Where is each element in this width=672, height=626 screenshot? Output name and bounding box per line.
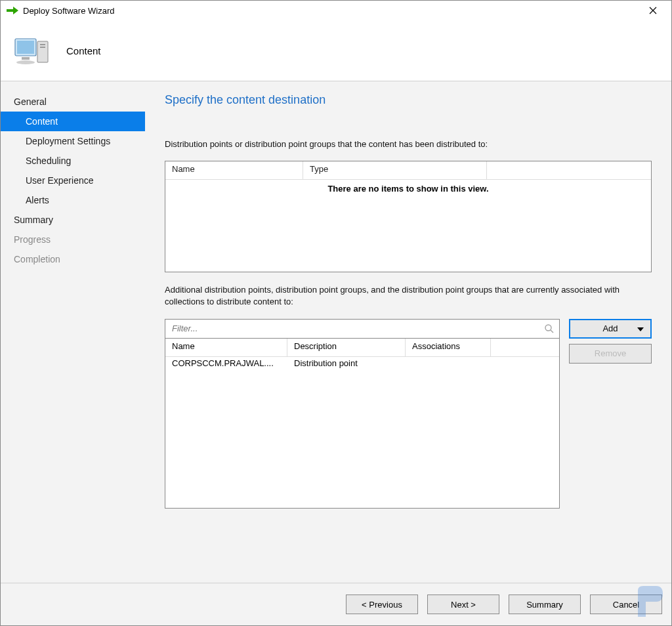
table-empty-message: There are no items to show in this view. [165, 180, 651, 198]
header-title: Content [66, 45, 101, 56]
cancel-button[interactable]: Cancel [590, 595, 662, 614]
svg-rect-2 [22, 57, 30, 60]
close-button[interactable] [640, 1, 666, 20]
svg-point-7 [545, 325, 551, 331]
side-buttons: Add Remove [569, 319, 652, 509]
sidebar-item-summary[interactable]: Summary [1, 210, 145, 230]
cell-description: Distribution point [287, 357, 406, 373]
wizard-header: Content [1, 20, 671, 81]
window-title: Deploy Software Wizard [23, 6, 114, 16]
filter-row [165, 319, 560, 339]
svg-point-3 [16, 60, 35, 64]
content-panel: Specify the content destination Distribu… [145, 81, 671, 583]
col-name[interactable]: Name [165, 161, 303, 180]
wizard-body: General Content Deployment Settings Sche… [1, 81, 671, 583]
table-row[interactable]: CORPSCCM.PRAJWAL.... Distribution point [165, 357, 559, 373]
add-button[interactable]: Add [569, 319, 652, 339]
desc-distributed-to: Distribution points or distribution poin… [165, 138, 652, 150]
sidebar-item-alerts[interactable]: Alerts [1, 190, 145, 210]
wizard-footer: < Previous Next > Summary Cancel [1, 583, 671, 625]
summary-button[interactable]: Summary [509, 595, 581, 614]
sidebar-item-scheduling[interactable]: Scheduling [1, 151, 145, 171]
sidebar-item-deployment-settings[interactable]: Deployment Settings [1, 131, 145, 151]
col2-name[interactable]: Name [165, 339, 287, 357]
svg-line-8 [551, 330, 553, 333]
computer-icon [14, 32, 51, 69]
previous-button[interactable]: < Previous [346, 595, 418, 614]
filter-input[interactable] [171, 323, 543, 334]
cell-associations [406, 357, 491, 373]
sidebar-item-general[interactable]: General [1, 92, 145, 112]
wizard-arrow-icon [6, 4, 19, 17]
desc-additional: Additional distribution points, distribu… [165, 284, 652, 308]
wizard-sidebar: General Content Deployment Settings Sche… [1, 81, 145, 583]
additional-table-header: Name Description Associations [165, 339, 559, 357]
col2-spacer [491, 339, 559, 357]
titlebar: Deploy Software Wizard [1, 1, 671, 20]
col2-associations[interactable]: Associations [406, 339, 491, 357]
sidebar-item-completion: Completion [1, 249, 145, 269]
sidebar-item-user-experience[interactable]: User Experience [1, 171, 145, 190]
col-type[interactable]: Type [303, 161, 487, 180]
sidebar-item-content[interactable]: Content [1, 112, 145, 131]
next-button[interactable]: Next > [427, 595, 499, 614]
distributed-table[interactable]: Name Type There are no items to show in … [165, 161, 652, 272]
sidebar-item-progress: Progress [1, 230, 145, 249]
search-icon[interactable] [543, 323, 555, 335]
additional-table[interactable]: Name Description Associations CORPSCCM.P… [165, 338, 560, 509]
col2-description[interactable]: Description [287, 339, 406, 357]
svg-rect-6 [40, 47, 45, 48]
cell-name: CORPSCCM.PRAJWAL.... [165, 357, 287, 373]
svg-rect-5 [40, 44, 45, 45]
distributed-table-header: Name Type [165, 161, 651, 180]
remove-button: Remove [569, 344, 652, 364]
additional-area: Name Description Associations CORPSCCM.P… [165, 319, 652, 509]
col-spacer [487, 161, 651, 180]
svg-rect-1 [17, 41, 34, 54]
page-heading: Specify the content destination [165, 93, 652, 107]
additional-left: Name Description Associations CORPSCCM.P… [165, 319, 560, 509]
